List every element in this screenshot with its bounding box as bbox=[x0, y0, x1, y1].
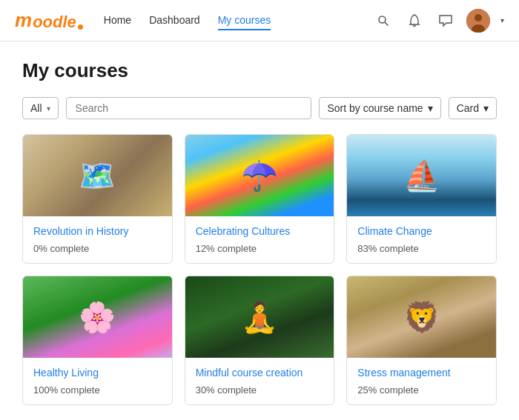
course-info: Revolution in History0% complete bbox=[23, 216, 172, 263]
header-actions: ▾ bbox=[373, 9, 504, 33]
course-info: Climate Change83% complete bbox=[347, 216, 496, 263]
course-image: 🌸 bbox=[23, 276, 172, 358]
course-name[interactable]: Climate Change bbox=[357, 225, 486, 237]
course-image: 🦁 bbox=[347, 276, 496, 358]
avatar-chevron-icon: ▾ bbox=[500, 16, 504, 24]
search-icon[interactable] bbox=[373, 10, 394, 31]
moodle-logo: m oodle bbox=[15, 9, 83, 32]
course-name[interactable]: Healthy Living bbox=[33, 367, 162, 379]
sort-chevron-icon: ▾ bbox=[428, 102, 433, 114]
svg-point-3 bbox=[475, 14, 482, 21]
course-info: Healthy Living100% complete bbox=[23, 358, 172, 404]
card-chevron-icon: ▾ bbox=[483, 102, 489, 114]
card-label: Card bbox=[457, 102, 479, 114]
course-card[interactable]: 🌸Healthy Living100% complete bbox=[22, 276, 173, 405]
course-name[interactable]: Celebrating Cultures bbox=[196, 225, 324, 237]
logo-dot-icon bbox=[78, 24, 83, 30]
course-progress: 100% complete bbox=[33, 384, 162, 396]
notifications-icon[interactable] bbox=[404, 10, 425, 31]
course-progress: 12% complete bbox=[196, 243, 324, 254]
all-filter-label: All bbox=[30, 102, 42, 114]
search-input[interactable] bbox=[76, 102, 303, 114]
course-name[interactable]: Mindful course creation bbox=[196, 367, 324, 379]
all-filter-chevron-icon: ▾ bbox=[47, 104, 50, 113]
nav-my-courses[interactable]: My courses bbox=[218, 11, 271, 30]
svg-point-0 bbox=[379, 16, 386, 23]
logo-letter-m: m bbox=[15, 9, 32, 32]
svg-line-1 bbox=[386, 22, 389, 25]
nav-home[interactable]: Home bbox=[104, 11, 131, 30]
course-image: ⛵ bbox=[347, 135, 496, 216]
user-avatar[interactable] bbox=[466, 9, 490, 33]
course-info: Mindful course creation30% complete bbox=[185, 358, 334, 404]
course-progress: 83% complete bbox=[357, 243, 486, 254]
all-filter-dropdown[interactable]: All ▾ bbox=[22, 97, 59, 119]
course-info: Celebrating Cultures12% complete bbox=[185, 216, 334, 263]
filters-bar: All ▾ Sort by course name ▾ Card ▾ bbox=[22, 97, 497, 119]
nav-dashboard[interactable]: Dashboard bbox=[149, 11, 200, 30]
course-name[interactable]: Revolution in History bbox=[33, 225, 162, 237]
main-nav: Home Dashboard My courses bbox=[104, 11, 373, 30]
course-name[interactable]: Stress management bbox=[357, 367, 486, 379]
page-title: My courses bbox=[22, 59, 497, 82]
logo-letter-rest: oodle bbox=[33, 13, 76, 32]
card-view-dropdown[interactable]: Card ▾ bbox=[449, 97, 497, 119]
course-progress: 25% complete bbox=[357, 384, 486, 396]
course-progress: 0% complete bbox=[33, 243, 162, 254]
header: m oodle Home Dashboard My courses ▾ bbox=[0, 0, 519, 41]
sort-label: Sort by course name bbox=[327, 102, 423, 114]
courses-grid: 🗺️Revolution in History0% complete☂️Cele… bbox=[22, 134, 497, 405]
course-info: Stress management25% complete bbox=[347, 358, 496, 404]
course-progress: 30% complete bbox=[196, 384, 324, 396]
sort-dropdown[interactable]: Sort by course name ▾ bbox=[319, 97, 440, 119]
course-image: 🧘 bbox=[185, 276, 334, 358]
course-card[interactable]: 🗺️Revolution in History0% complete bbox=[22, 134, 173, 264]
course-card[interactable]: ☂️Celebrating Cultures12% complete bbox=[185, 134, 335, 264]
course-image: ☂️ bbox=[185, 135, 334, 216]
course-card[interactable]: 🧘Mindful course creation30% complete bbox=[185, 276, 335, 405]
course-card[interactable]: 🦁Stress management25% complete bbox=[346, 276, 497, 405]
course-image: 🗺️ bbox=[23, 135, 172, 216]
messages-icon[interactable] bbox=[435, 10, 456, 31]
course-card[interactable]: ⛵Climate Change83% complete bbox=[346, 134, 497, 264]
search-container bbox=[66, 97, 312, 119]
main-content: My courses All ▾ Sort by course name ▾ C… bbox=[0, 41, 519, 420]
